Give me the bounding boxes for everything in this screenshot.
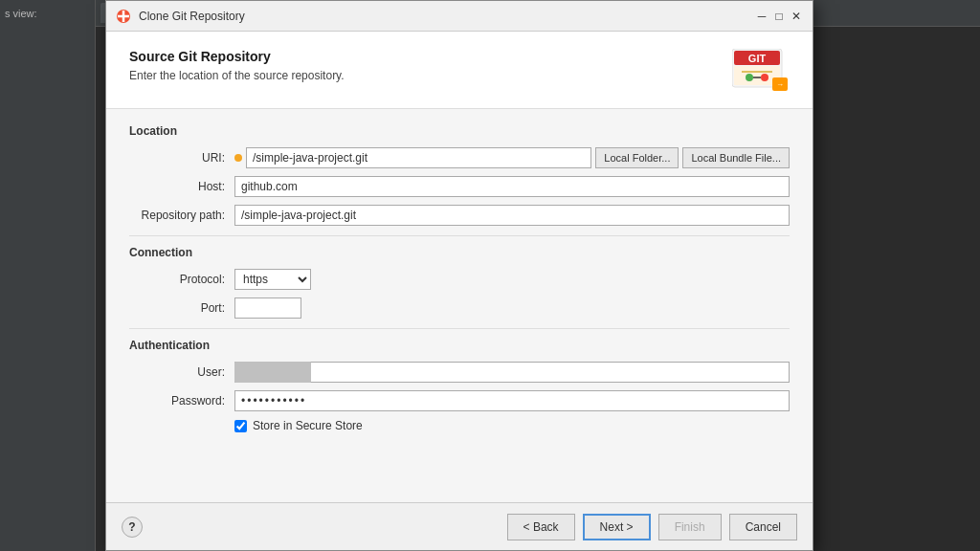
secure-store-checkbox[interactable]	[234, 420, 247, 432]
title-bar-left: Clone Git Repository	[116, 9, 245, 24]
clone-git-dialog: Clone Git Repository ─ □ ✕ Source Git Re…	[105, 0, 813, 551]
repo-path-form-group: Repository path:	[129, 205, 790, 226]
dialog-subheading: Enter the location of the source reposit…	[129, 69, 345, 82]
user-label: User:	[129, 365, 234, 379]
password-form-group: Password:	[129, 390, 790, 411]
repo-path-input[interactable]	[234, 205, 790, 226]
dialog-body: Source Git Repository Enter the location…	[106, 32, 813, 550]
svg-text:GIT: GIT	[748, 53, 767, 64]
host-input[interactable]	[234, 176, 790, 197]
protocol-label: Protocol:	[129, 273, 234, 286]
cancel-button[interactable]: Cancel	[729, 514, 797, 540]
user-input-wrapper	[234, 362, 790, 383]
title-bar: Clone Git Repository ─ □ ✕	[106, 1, 813, 32]
secure-store-row: Store in Secure Store	[234, 419, 790, 432]
host-label: Host:	[129, 180, 234, 193]
dialog-heading: Source Git Repository	[129, 49, 345, 64]
connection-divider	[129, 328, 790, 329]
uri-label: URI:	[129, 151, 234, 165]
local-bundle-button[interactable]: Local Bundle File...	[682, 147, 790, 168]
uri-form-group: URI: Local Folder... Local Bundle File..…	[129, 147, 790, 168]
host-form-group: Host:	[129, 176, 790, 197]
form-content: Location URI: Local Folder... Local Bund…	[106, 109, 813, 502]
location-divider	[129, 235, 790, 236]
footer-buttons: < Back Next > Finish Cancel	[507, 514, 797, 540]
port-input[interactable]	[234, 298, 301, 319]
port-label: Port:	[129, 301, 234, 315]
uri-marker	[234, 154, 242, 162]
connection-section-title: Connection	[129, 246, 790, 259]
back-button[interactable]: < Back	[507, 514, 575, 540]
ide-left-panel: s view:	[0, 0, 96, 551]
local-folder-button[interactable]: Local Folder...	[595, 147, 679, 168]
protocol-form-group: Protocol: https http git ssh	[129, 269, 790, 290]
footer-left: ?	[122, 517, 507, 538]
close-button[interactable]: ✕	[790, 10, 803, 23]
user-input[interactable]	[234, 362, 790, 383]
port-form-group: Port:	[129, 298, 790, 319]
dialog-header-text: Source Git Repository Enter the location…	[129, 49, 345, 82]
uri-row: Local Folder... Local Bundle File...	[234, 147, 790, 168]
dialog-header: Source Git Repository Enter the location…	[106, 32, 813, 109]
finish-button[interactable]: Finish	[658, 514, 722, 540]
user-form-group: User:	[129, 362, 790, 383]
git-logo: GIT →	[732, 49, 790, 97]
help-button[interactable]: ?	[122, 517, 143, 538]
maximize-button[interactable]: □	[772, 10, 786, 23]
secure-store-label[interactable]: Store in Secure Store	[253, 419, 363, 432]
ide-left-text: s view:	[0, 0, 95, 27]
uri-input[interactable]	[246, 147, 591, 168]
svg-point-6	[746, 74, 753, 81]
authentication-section-title: Authentication	[129, 339, 790, 352]
next-button[interactable]: Next >	[583, 514, 651, 540]
password-input[interactable]	[234, 390, 790, 411]
dialog-footer: ? < Back Next > Finish Cancel	[106, 502, 813, 550]
svg-text:→: →	[776, 80, 784, 89]
dialog-title: Clone Git Repository	[139, 10, 245, 23]
git-title-icon	[116, 9, 131, 24]
password-label: Password:	[129, 394, 234, 408]
title-controls: ─ □ ✕	[755, 10, 803, 23]
protocol-select[interactable]: https http git ssh	[234, 269, 311, 290]
location-section-title: Location	[129, 124, 790, 138]
repo-path-label: Repository path:	[129, 209, 234, 222]
minimize-button[interactable]: ─	[755, 10, 768, 23]
svg-point-7	[761, 74, 768, 81]
user-input-fill-indicator	[234, 362, 311, 383]
